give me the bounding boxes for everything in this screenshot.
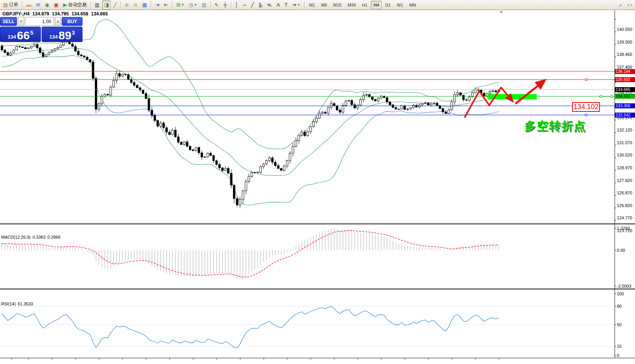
price-badge-132542: 132.542 <box>615 113 635 118</box>
volume-up-button[interactable]: ▲ <box>55 17 61 26</box>
price-badge-133306: 133.306 <box>615 103 635 108</box>
new-order-button[interactable]: ▤订单 <box>1 0 20 10</box>
pivot-note-text: 多空转折点 <box>524 118 586 134</box>
indicator-axis-label: 50 <box>617 322 622 327</box>
community-button[interactable]: ✉ <box>34 0 42 10</box>
price-tick-label: 126.870 <box>617 190 632 195</box>
price-badge-135502: 135.502 <box>615 77 635 82</box>
toolbar-separator <box>304 1 305 9</box>
rsi-pane <box>0 306 615 348</box>
crosshair-button[interactable]: ┼ <box>221 0 229 10</box>
sell-price-point: 5 <box>30 30 33 36</box>
price-tick-label: 132.120 <box>617 128 632 132</box>
zoom-in-icon: ⊕ <box>125 2 129 7</box>
timeframe-m30[interactable]: M30 <box>345 1 359 9</box>
templates-button[interactable]: ▧ <box>200 0 208 10</box>
volume-down-button[interactable]: ▼ <box>18 17 24 26</box>
buy-price-major: 134 <box>49 34 58 40</box>
order-icon: ▤ <box>3 2 8 7</box>
cursor-button[interactable]: ↖ <box>213 0 221 10</box>
bollinger-lower <box>2 56 499 205</box>
chevron-down-icon: ▼ <box>194 3 197 7</box>
play-icon: ▶ <box>63 2 67 7</box>
macd-label: MACD(12,26,9)0.33830.2969 <box>1 235 62 239</box>
chart-shift-button[interactable]: ⇤ <box>162 0 170 10</box>
gold-button[interactable]: ▬ <box>24 0 33 10</box>
timeframe-m15[interactable]: M15 <box>330 1 344 9</box>
line-chart-icon: ╱ <box>113 2 116 7</box>
sell-button[interactable]: SELL <box>0 17 17 26</box>
chevron-down-icon: ▼ <box>297 3 300 7</box>
volume-input[interactable]: 1.00 <box>25 17 54 26</box>
hline-button[interactable]: ─ <box>241 0 248 10</box>
chart-region[interactable]: GBPJPY-,H4 134.679 134.795 134.658 134.6… <box>0 10 635 364</box>
auto-scroll-button[interactable]: ⇥ <box>153 0 161 10</box>
gold-bar-icon: ▬ <box>26 2 31 7</box>
tile-windows-icon: ▦ <box>142 2 147 7</box>
zoom-out-button[interactable]: ⊖ <box>131 0 140 10</box>
indicator-axis-label: 80 <box>617 304 622 308</box>
ohlc-close: 134.665 <box>91 11 108 17</box>
mt4-window: ▤订单▬✉◉▣▶自动交易▥◨╱⊕⊖▦⇥⇤⊞▼◷▼▧↖┼│─╱∥E≡FAT⇝▼M1… <box>0 0 635 364</box>
price-tick-label: 127.920 <box>617 178 632 183</box>
one-click-trade-panel: SELL ▼ 1.00 ▲ BUY 134 66 5 134 89 3 <box>0 17 83 42</box>
chart-shift-marker <box>500 11 503 13</box>
indicator-axis-label: 1.2293 <box>617 226 630 231</box>
candlestick-button[interactable]: ◨ <box>102 0 111 10</box>
toolbar-separator <box>120 1 121 9</box>
text-button[interactable]: A <box>275 0 282 10</box>
toolbar: ▤订单▬✉◉▣▶自动交易▥◨╱⊕⊖▦⇥⇤⊞▼◷▼▧↖┼│─╱∥E≡FAT⇝▼M1… <box>0 0 635 10</box>
tile-windows-button[interactable]: ▦ <box>140 0 149 10</box>
signals-button[interactable]: ◉ <box>43 0 51 10</box>
timeframe-d1[interactable]: D1 <box>382 1 393 9</box>
search-icon[interactable]: ⌕ <box>617 0 624 10</box>
price-tick-label: 138.450 <box>617 52 632 57</box>
price-tick-label: 124.770 <box>617 216 632 220</box>
channel-button[interactable]: ∥E <box>257 0 265 10</box>
arrows-button[interactable]: ⇝▼ <box>290 0 302 10</box>
vertical-line-icon: │ <box>235 2 238 7</box>
macd-histogram <box>2 228 499 280</box>
macd-pane <box>2 228 499 280</box>
market-button[interactable]: ▣ <box>52 0 61 10</box>
rsi-line <box>2 307 499 348</box>
line-chart-button[interactable]: ╱ <box>111 0 118 10</box>
bar-chart-button[interactable]: ▥ <box>93 0 101 10</box>
timeframe-m5[interactable]: M5 <box>318 1 330 9</box>
timeframe-h4[interactable]: H4 <box>371 1 382 9</box>
timeframe-mn[interactable]: MN <box>407 1 419 9</box>
macd-signal-line <box>2 231 499 277</box>
chart-shift-icon: ⇤ <box>164 2 168 7</box>
toolbar-separator <box>91 1 91 9</box>
chart-title: GBPJPY-,H4 134.679 134.795 134.658 134.6… <box>2 11 109 17</box>
zoom-in-button[interactable]: ⊕ <box>123 0 131 10</box>
sell-price-box[interactable]: 134 66 5 <box>0 27 41 42</box>
templates-icon: ▧ <box>202 2 206 7</box>
autotrading-button[interactable]: ▶自动交易 <box>61 0 89 10</box>
timeframe-m1[interactable]: M1 <box>307 1 318 9</box>
timeframe-w1[interactable]: W1 <box>394 1 406 9</box>
price-tick-label: 130.020 <box>617 153 632 157</box>
new-order-button-label: 订单 <box>9 2 18 8</box>
label-button[interactable]: T <box>283 0 290 10</box>
toolbar-separator <box>22 1 22 9</box>
buy-price-point: 3 <box>72 30 75 36</box>
vline-button[interactable]: │ <box>233 0 240 10</box>
price-tick-label: 128.970 <box>617 165 632 170</box>
buy-price-box[interactable]: 134 89 3 <box>42 27 83 42</box>
price-callout-134102[interactable]: 134.102 <box>572 102 600 112</box>
indicator-axis-label: 0 <box>617 353 619 358</box>
chat-icon[interactable]: ◖◗ <box>625 0 635 10</box>
price-tick-label: 140.550 <box>617 27 632 32</box>
periods-button[interactable]: ◷▼ <box>187 0 199 10</box>
timeframe-h1[interactable]: H1 <box>359 1 370 9</box>
trendline-button[interactable]: ╱ <box>249 0 256 10</box>
buy-button[interactable]: BUY <box>62 17 83 26</box>
main-pane <box>0 20 615 208</box>
sell-price-major: 134 <box>8 34 16 40</box>
indicators-button[interactable]: ⊞▼ <box>174 0 186 10</box>
chart-canvas[interactable] <box>0 10 635 364</box>
macd-value-main: 0.3383 <box>32 235 45 239</box>
indicators-icon: ⊞ <box>176 2 180 7</box>
fibonacci-button[interactable]: ≡F <box>266 0 274 10</box>
